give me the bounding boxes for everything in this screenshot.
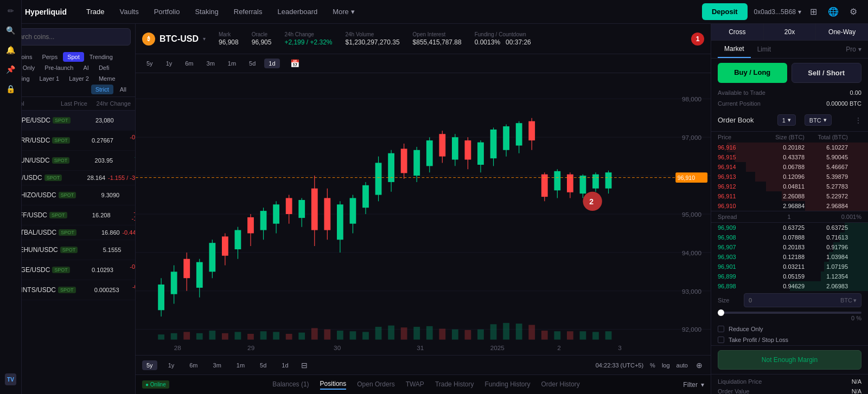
market-tab[interactable]: Market bbox=[718, 41, 751, 58]
ob-row[interactable]: 96,915 0.43378 5.90045 bbox=[711, 152, 868, 162]
currency-selector[interactable]: BTC ▾ bbox=[805, 114, 832, 126]
buy-long-button[interactable]: Buy / Long bbox=[718, 63, 787, 83]
strict-all-group: Strict All bbox=[91, 85, 131, 94]
layout-chart-icon[interactable]: ⊟ bbox=[299, 359, 309, 371]
filter-layer2[interactable]: Layer 2 bbox=[65, 74, 93, 83]
settings-icon[interactable]: ⚙ bbox=[847, 4, 859, 19]
ob-row[interactable]: 96,899 0.05159 1.12354 bbox=[711, 272, 868, 281]
svg-text:2: 2 bbox=[589, 197, 593, 206]
reduce-only-checkbox[interactable] bbox=[718, 326, 724, 332]
time-5y-bottom[interactable]: 5y bbox=[142, 360, 157, 370]
nav-referrals[interactable]: Referrals bbox=[227, 4, 269, 19]
ob-row[interactable]: 96,912 0.04811 5.27783 bbox=[711, 182, 868, 191]
auto-button[interactable]: auto bbox=[676, 362, 688, 369]
nav-more[interactable]: More ▾ bbox=[326, 4, 361, 19]
filter-meme[interactable]: Meme bbox=[94, 74, 120, 83]
cross-button[interactable]: Cross bbox=[711, 24, 764, 40]
time-3m-bottom[interactable]: 3m bbox=[209, 360, 226, 370]
limit-tab[interactable]: Limit bbox=[751, 41, 777, 57]
tp-sl-label[interactable]: Take Profit / Stop Loss bbox=[729, 337, 788, 343]
svg-rect-50 bbox=[375, 163, 382, 195]
svg-rect-84 bbox=[592, 175, 599, 189]
nav-trade[interactable]: Trade bbox=[80, 4, 111, 19]
sell-short-button[interactable]: Sell / Short bbox=[792, 63, 862, 83]
reduce-only-label[interactable]: Reduce Only bbox=[729, 326, 763, 332]
filter-spot[interactable]: Spot bbox=[63, 52, 84, 62]
ob-row[interactable]: 96,903 0.12188 1.03984 bbox=[711, 252, 868, 262]
chevron-down-icon[interactable]: ▾ bbox=[203, 36, 206, 42]
leverage-button[interactable]: 20x bbox=[764, 24, 816, 40]
ob-row[interactable]: 96,910 2.96884 2.96884 bbox=[711, 201, 868, 211]
svg-rect-116 bbox=[375, 327, 382, 340]
time-3m[interactable]: 3m bbox=[202, 59, 219, 68]
filter-perps[interactable]: Perps bbox=[37, 52, 62, 62]
ob-row[interactable]: 96,901 0.03211 1.07195 bbox=[711, 262, 868, 272]
ob-row[interactable]: 96,914 0.06788 5.46667 bbox=[711, 162, 868, 172]
tab-balances[interactable]: Balances (1) bbox=[272, 380, 309, 389]
slider-bar[interactable] bbox=[718, 312, 861, 314]
log-button[interactable]: log bbox=[662, 362, 670, 369]
time-1y[interactable]: 1y bbox=[162, 59, 177, 68]
filter-layer1[interactable]: Layer 1 bbox=[35, 74, 64, 83]
filter-prelaunch[interactable]: Pre-launch bbox=[40, 63, 78, 73]
ob-row[interactable]: 96,909 0.63725 0.63725 bbox=[711, 223, 868, 232]
main-layout: All Coins Perps Spot Trending DEX Only P… bbox=[0, 24, 868, 394]
nav-vaults[interactable]: Vaults bbox=[113, 4, 145, 19]
not-enough-margin-button[interactable]: Not Enough Margin bbox=[718, 350, 861, 370]
pct-button[interactable]: % bbox=[650, 362, 655, 369]
filter-trending[interactable]: Trending bbox=[85, 52, 117, 62]
pro-tab[interactable]: Pro ▾ bbox=[846, 46, 861, 53]
ob-row[interactable]: 96,911 2.26088 5.22972 bbox=[711, 191, 868, 201]
time-1m-bottom[interactable]: 1m bbox=[232, 360, 249, 370]
svg-rect-132 bbox=[580, 331, 586, 339]
size-currency-selector[interactable]: BTC ▾ bbox=[836, 297, 861, 304]
time-1m[interactable]: 1m bbox=[224, 59, 240, 68]
tab-funding-history[interactable]: Funding History bbox=[484, 380, 530, 389]
all-button[interactable]: All bbox=[116, 85, 131, 94]
time-5d-bottom[interactable]: 5d bbox=[256, 360, 271, 370]
time-1d-bottom[interactable]: 1d bbox=[277, 360, 292, 370]
col-price: Last Price bbox=[44, 100, 87, 107]
nav-staking[interactable]: Staking bbox=[188, 4, 225, 19]
time-1d[interactable]: 1d bbox=[264, 59, 279, 68]
filter-ai[interactable]: AI bbox=[79, 63, 93, 73]
tab-trade-history[interactable]: Trade History bbox=[435, 380, 474, 389]
tab-twap[interactable]: TWAP bbox=[406, 380, 424, 389]
time-6m[interactable]: 6m bbox=[181, 59, 197, 68]
ob-row[interactable]: 96,908 0.07888 0.71613 bbox=[711, 232, 868, 242]
filter-defi[interactable]: Defi bbox=[94, 63, 114, 73]
search-input[interactable] bbox=[4, 28, 131, 46]
ob-row[interactable]: 96,916 0.20182 6.10227 bbox=[711, 143, 868, 152]
ob-row[interactable]: 96,898 0.94629 2.06983 bbox=[711, 281, 868, 291]
strict-button[interactable]: Strict bbox=[91, 85, 113, 94]
layout-icon[interactable]: ⊞ bbox=[808, 4, 819, 19]
size-input[interactable] bbox=[744, 294, 836, 307]
tp-sl-checkbox[interactable] bbox=[718, 337, 724, 343]
calendar-icon[interactable]: 📅 bbox=[289, 57, 301, 69]
time-1y-bottom[interactable]: 1y bbox=[164, 360, 179, 370]
leverage-selector[interactable]: 1 ▾ bbox=[777, 114, 796, 126]
ob-row[interactable]: 96,913 0.12096 5.39879 bbox=[711, 172, 868, 182]
deposit-button[interactable]: Deposit bbox=[702, 3, 748, 20]
available-to-trade-row: Available to Trade 0.00 bbox=[711, 87, 868, 98]
time-5d[interactable]: 5d bbox=[245, 59, 260, 68]
tab-order-history[interactable]: Order History bbox=[541, 380, 580, 389]
crosshair-icon[interactable]: ⊕ bbox=[694, 359, 704, 371]
ticker-oi: Open Interest $855,415,787.88 bbox=[413, 31, 462, 46]
nav-portfolio[interactable]: Portfolio bbox=[148, 4, 187, 19]
tab-positions[interactable]: Positions bbox=[320, 380, 347, 390]
order-book-menu-icon[interactable]: ⋮ bbox=[855, 117, 861, 124]
svg-rect-124 bbox=[477, 330, 484, 340]
globe-icon[interactable]: 🌐 bbox=[826, 4, 841, 19]
filter-button[interactable]: Filter ▾ bbox=[683, 381, 704, 389]
ob-row[interactable]: 96,907 0.20183 0.91796 bbox=[711, 242, 868, 252]
time-6m-bottom[interactable]: 6m bbox=[185, 360, 202, 370]
wallet-address[interactable]: 0x0ad3...5B68 ▾ bbox=[754, 8, 801, 16]
online-badge[interactable]: ● Online bbox=[142, 380, 169, 389]
svg-rect-112 bbox=[324, 330, 330, 340]
nav-leaderboard[interactable]: Leaderboard bbox=[271, 4, 324, 19]
one-way-button[interactable]: One-Way bbox=[816, 24, 868, 40]
slider-thumb[interactable] bbox=[718, 309, 724, 316]
time-5y[interactable]: 5y bbox=[142, 59, 157, 68]
tab-open-orders[interactable]: Open Orders bbox=[357, 380, 394, 389]
